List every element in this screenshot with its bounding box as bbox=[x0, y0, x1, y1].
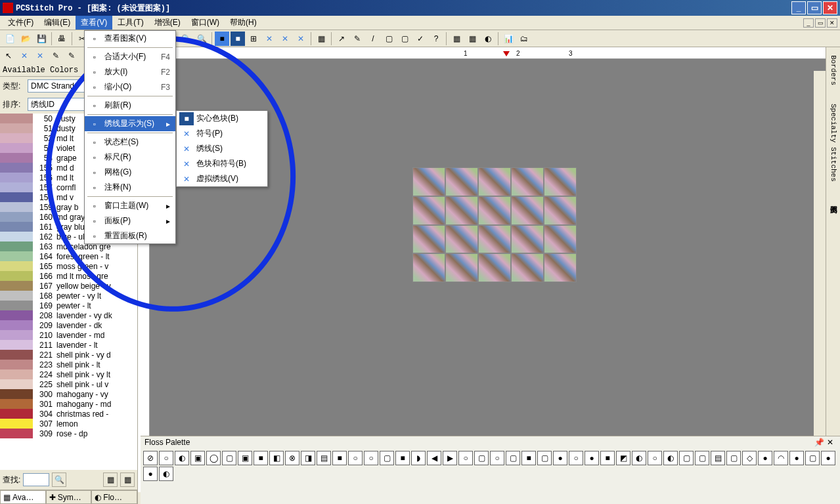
mdi-close[interactable]: ✕ bbox=[827, 18, 837, 28]
erase2-icon[interactable]: ✕ bbox=[33, 49, 47, 63]
menu-file[interactable]: 文件(F) bbox=[3, 16, 39, 30]
color-row[interactable]: 223shell pink - lt bbox=[33, 360, 137, 369]
menu-entry[interactable]: ▫状态栏(S) bbox=[85, 135, 175, 150]
menu-entry[interactable]: ▫查看图案(V) bbox=[85, 31, 175, 46]
color-swatch[interactable] bbox=[0, 330, 33, 340]
floss-item[interactable]: ▢ bbox=[506, 451, 520, 465]
color-swatch[interactable] bbox=[0, 202, 33, 212]
menu-entry[interactable]: ▫面板(P)▸ bbox=[85, 213, 175, 228]
floss-item[interactable]: ▢ bbox=[474, 451, 489, 465]
zoom-out-icon[interactable]: 🔍 bbox=[194, 32, 209, 46]
save-icon[interactable]: 💾 bbox=[34, 32, 49, 46]
floss-item[interactable]: ● bbox=[758, 451, 772, 465]
menu-entry[interactable]: ▫合适大小(F)F4 bbox=[85, 49, 175, 64]
color-swatch[interactable] bbox=[0, 369, 33, 379]
color-swatch[interactable] bbox=[0, 281, 33, 291]
color-row[interactable]: 304christmas red - bbox=[33, 409, 137, 419]
erase-icon[interactable]: ✕ bbox=[17, 49, 32, 63]
color-row[interactable]: 208lavender - vy dk bbox=[33, 310, 137, 320]
floss-item[interactable]: ◨ bbox=[301, 451, 315, 465]
color-swatch[interactable] bbox=[0, 222, 33, 232]
view-symbols-icon[interactable]: ⊞ bbox=[246, 32, 261, 46]
floss-item[interactable]: ◐ bbox=[663, 451, 678, 465]
floss-item[interactable]: ○ bbox=[458, 451, 473, 465]
floss-item[interactable]: ● bbox=[821, 451, 835, 465]
floss-close-icon[interactable]: ✕ bbox=[827, 438, 833, 447]
menu-enhance[interactable]: 增强(E) bbox=[149, 16, 186, 30]
color-swatch[interactable] bbox=[0, 320, 33, 330]
menu-view[interactable]: 查看(V) bbox=[76, 16, 112, 30]
color-swatch[interactable] bbox=[0, 163, 33, 173]
color-swatch[interactable] bbox=[0, 360, 33, 369]
color-row[interactable]: 169pewter - lt bbox=[33, 301, 137, 310]
floss-item[interactable]: ⊘ bbox=[143, 451, 158, 465]
floss-item[interactable]: ▢ bbox=[726, 451, 741, 465]
menu-entry[interactable]: ▫缩小(O)F3 bbox=[85, 79, 175, 94]
scrollbar-vertical[interactable] bbox=[814, 71, 826, 480]
tool3-icon[interactable]: ✎ bbox=[64, 49, 79, 63]
find-input[interactable] bbox=[23, 473, 49, 486]
color-swatch[interactable] bbox=[0, 242, 33, 251]
color-swatch[interactable] bbox=[0, 399, 33, 409]
view-solid-icon[interactable]: ■ bbox=[231, 32, 245, 46]
tool-b-icon[interactable]: / bbox=[366, 32, 380, 46]
floss-pin-icon[interactable]: 📌 bbox=[814, 438, 824, 447]
tab-borders[interactable]: Borders bbox=[828, 52, 839, 88]
view-x3-icon[interactable]: ✕ bbox=[294, 32, 308, 46]
tool2-icon[interactable]: ✎ bbox=[49, 49, 63, 63]
submenu-entry[interactable]: ✕色块和符号(B) bbox=[177, 156, 267, 171]
color-swatch[interactable] bbox=[0, 409, 33, 419]
grid1-button[interactable]: ▦ bbox=[103, 472, 118, 487]
tool-d-icon[interactable]: ▢ bbox=[397, 32, 412, 46]
floss-item[interactable]: ■ bbox=[395, 451, 410, 465]
floss-item[interactable]: ▢ bbox=[380, 451, 394, 465]
menu-entry[interactable]: ▫标尺(R) bbox=[85, 150, 175, 165]
floss-item[interactable]: ◧ bbox=[269, 451, 284, 465]
floss-item[interactable]: ● bbox=[143, 467, 158, 481]
grid2-button[interactable]: ▦ bbox=[120, 472, 135, 487]
minimize-button[interactable]: _ bbox=[791, 1, 806, 14]
color-swatch[interactable] bbox=[0, 429, 33, 438]
tool-j-icon[interactable]: 🗂 bbox=[517, 32, 531, 46]
floss-item[interactable]: ◯ bbox=[206, 451, 221, 465]
color-swatch[interactable] bbox=[0, 192, 33, 202]
floss-item[interactable]: ▢ bbox=[222, 451, 236, 465]
color-swatch[interactable] bbox=[0, 291, 33, 301]
grid-icon[interactable]: ▦ bbox=[314, 32, 328, 46]
floss-item[interactable]: ◐ bbox=[632, 451, 646, 465]
floss-item[interactable]: ◐ bbox=[159, 467, 173, 481]
color-row[interactable]: 221shell pink - vy d bbox=[33, 350, 137, 360]
menu-edit[interactable]: 编辑(E) bbox=[39, 16, 76, 30]
floss-item[interactable]: ■ bbox=[521, 451, 536, 465]
tab-floss[interactable]: ◐Flo… bbox=[91, 490, 137, 504]
color-row[interactable]: 167yellow beige - v bbox=[33, 281, 137, 291]
color-swatch[interactable] bbox=[0, 350, 33, 360]
color-swatch[interactable] bbox=[0, 389, 33, 399]
mdi-restore[interactable]: ▭ bbox=[815, 18, 826, 28]
tool-check-icon[interactable]: ✓ bbox=[413, 32, 428, 46]
floss-item[interactable]: ⊗ bbox=[285, 451, 299, 465]
mdi-minimize[interactable]: _ bbox=[803, 18, 814, 28]
color-row[interactable]: 224shell pink - vy lt bbox=[33, 369, 137, 379]
new-file-icon[interactable]: 📄 bbox=[3, 32, 17, 46]
floss-item[interactable]: ○ bbox=[348, 451, 363, 465]
color-row[interactable]: 211lavender - lt bbox=[33, 340, 137, 350]
color-swatch[interactable] bbox=[0, 143, 33, 153]
tool-g-icon[interactable]: ▦ bbox=[465, 32, 479, 46]
tool-e-icon[interactable]: ? bbox=[429, 32, 443, 46]
pointer-icon[interactable]: ↖ bbox=[1, 49, 16, 63]
floss-item[interactable]: ▢ bbox=[537, 451, 552, 465]
view-x1-icon[interactable]: ✕ bbox=[262, 32, 276, 46]
menu-entry[interactable]: ▫网格(G) bbox=[85, 165, 175, 180]
tab-specialty[interactable]: Specialty Stitches bbox=[828, 101, 839, 184]
floss-item[interactable]: ▢ bbox=[695, 451, 709, 465]
zoom-in-icon[interactable]: 🔍 bbox=[179, 32, 193, 46]
color-swatch[interactable] bbox=[0, 261, 33, 271]
color-row[interactable]: 301mahogany - md bbox=[33, 399, 137, 409]
menu-tools[interactable]: 工具(T) bbox=[112, 16, 148, 30]
tab-symbols[interactable]: ✚Sym… bbox=[46, 490, 92, 504]
color-row[interactable]: 309rose - dp bbox=[33, 429, 137, 438]
floss-item[interactable]: ● bbox=[553, 451, 567, 465]
open-file-icon[interactable]: 📂 bbox=[18, 32, 33, 46]
menu-entry[interactable]: ▫放大(I)F2 bbox=[85, 64, 175, 79]
